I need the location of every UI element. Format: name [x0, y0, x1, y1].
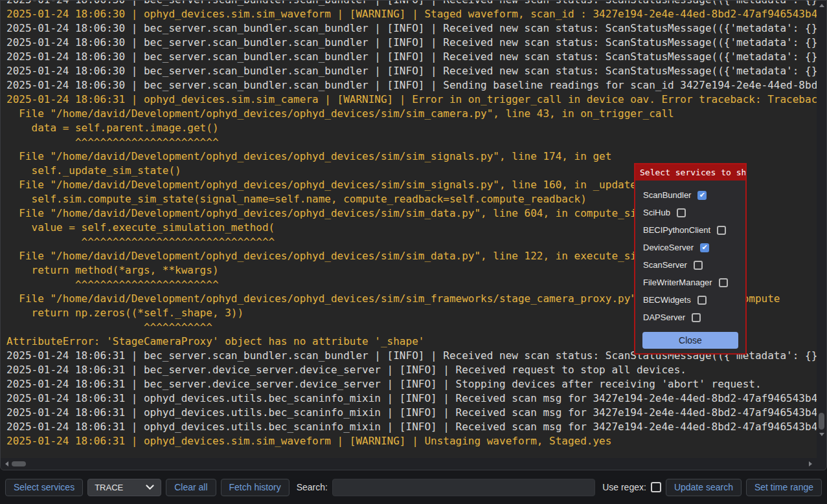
service-checkbox-DAPServer[interactable] [692, 313, 701, 322]
service-label: DAPServer [643, 312, 685, 322]
toolbar: Select services TRACE Clear all Fetch hi… [0, 470, 827, 504]
log-line: 2025-01-24 18:06:31 | ophyd_devices.util… [6, 391, 817, 406]
log-line: data = self.parent.image.get() [6, 121, 817, 135]
chevron-down-icon [146, 485, 154, 490]
service-checkbox-BECWidgets[interactable] [697, 296, 707, 305]
set-time-range-button[interactable]: Set time range [746, 479, 822, 496]
service-row-DeviceServer: DeviceServer✔ [643, 239, 745, 256]
scroll-up-icon[interactable] [819, 4, 824, 7]
select-services-dialog: Select services to show ScanBundler✔SciH… [634, 163, 747, 355]
select-services-button[interactable]: Select services [5, 479, 83, 496]
log-line: 2025-01-24 18:06:31 | ophyd_devices.util… [6, 406, 817, 420]
log-line: 2025-01-24 18:06:31 | ophyd_devices.sim.… [6, 93, 817, 107]
close-button[interactable]: Close [642, 332, 738, 349]
log-line: 2025-01-24 18:06:30 | bec_server.scan_bu… [6, 64, 817, 78]
service-list: ScanBundler✔SciHubBECIPythonClientDevice… [635, 181, 745, 326]
scroll-left-icon[interactable] [5, 461, 8, 466]
fetch-history-button[interactable]: Fetch history [221, 479, 289, 496]
service-row-DAPServer: DAPServer [643, 309, 745, 326]
service-checkbox-ScanBundler[interactable]: ✔ [697, 191, 707, 200]
service-row-FileWriterManager: FileWriterManager [643, 274, 745, 291]
log-level-value: TRACE [95, 483, 123, 492]
vertical-scrollbar-thumb[interactable] [819, 413, 824, 430]
log-line: File "/home/david/Development/ophyd_devi… [6, 149, 817, 164]
log-line: ^^^^^^^^^^^^^^^^^^^^^^^ [6, 135, 817, 149]
service-checkbox-ScanServer[interactable] [694, 261, 703, 270]
service-label: FileWriterManager [643, 278, 712, 287]
update-search-button[interactable]: Update search [666, 479, 742, 496]
log-line: 2025-01-24 18:06:31 | bec_server.device_… [6, 377, 817, 391]
log-line: 2025-01-24 18:06:30 | bec_server.scan_bu… [6, 50, 817, 64]
log-line: 2025-01-24 18:06:31 | bec_server.device_… [6, 363, 817, 377]
use-regex-label: Use regex: [602, 482, 646, 492]
log-level-select[interactable]: TRACE [87, 479, 161, 496]
log-line: 2025-01-24 18:06:30 | ophyd_devices.sim.… [6, 7, 817, 21]
service-row-SciHub: SciHub [643, 204, 745, 221]
log-line: File "/home/david/Development/ophyd_devi… [6, 107, 817, 121]
service-label: ScanServer [643, 260, 687, 270]
log-line: 2025-01-24 18:06:31 | ophyd_devices.util… [6, 420, 817, 434]
search-input[interactable] [332, 479, 595, 496]
service-label: BECWidgets [643, 295, 691, 305]
log-line: 2025-01-24 18:06:31 | ophyd_devices.sim.… [6, 434, 817, 448]
clear-all-button[interactable]: Clear all [166, 479, 216, 496]
scroll-right-icon[interactable] [809, 461, 812, 466]
use-regex-checkbox[interactable] [651, 482, 661, 492]
scrollbar-corner [817, 458, 826, 470]
vertical-scrollbar[interactable] [817, 1, 826, 459]
service-label: ScanBundler [643, 190, 691, 200]
service-checkbox-DeviceServer[interactable]: ✔ [700, 243, 709, 252]
service-row-BECIPythonClient: BECIPythonClient [643, 221, 745, 239]
horizontal-scrollbar-thumb[interactable] [12, 461, 26, 466]
log-line: 2025-01-24 18:06:30 | bec_server.scan_bu… [6, 1, 817, 7]
service-row-ScanServer: ScanServer [643, 256, 745, 274]
service-label: BECIPythonClient [643, 225, 710, 235]
service-label: DeviceServer [643, 243, 694, 252]
service-row-ScanBundler: ScanBundler✔ [643, 186, 745, 204]
horizontal-scrollbar[interactable] [1, 458, 817, 470]
service-label: SciHub [643, 208, 670, 217]
log-line: 2025-01-24 18:06:30 | bec_server.scan_bu… [6, 21, 817, 36]
log-line: 2025-01-24 18:06:30 | bec_server.scan_bu… [6, 78, 817, 93]
search-label: Search: [297, 482, 328, 492]
log-line: 2025-01-24 18:06:30 | bec_server.scan_bu… [6, 36, 817, 50]
dialog-title: Select services to show [635, 164, 745, 181]
service-row-BECWidgets: BECWidgets [643, 291, 745, 309]
service-checkbox-BECIPythonClient[interactable] [717, 226, 726, 235]
scroll-down-icon[interactable] [819, 433, 824, 436]
service-checkbox-FileWriterManager[interactable] [719, 278, 728, 287]
service-checkbox-SciHub[interactable] [677, 208, 686, 217]
